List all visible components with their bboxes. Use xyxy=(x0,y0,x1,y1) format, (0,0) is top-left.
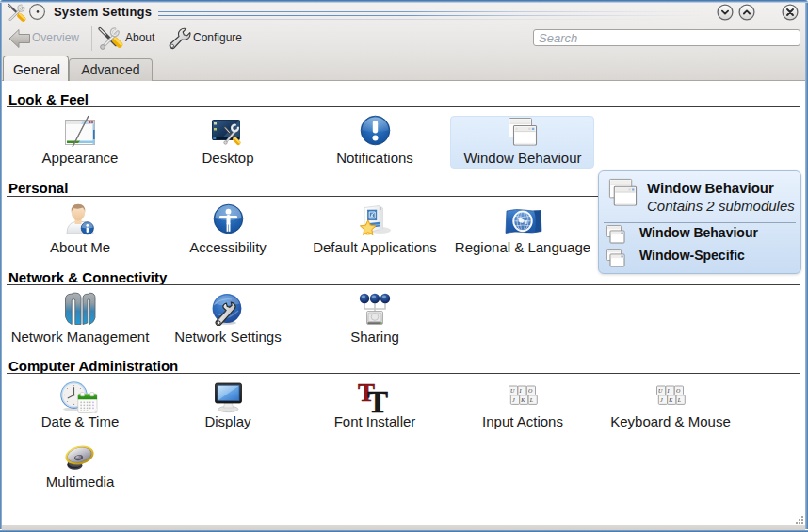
svg-text:T: T xyxy=(367,385,388,415)
svg-text:L: L xyxy=(677,397,682,403)
svg-text:O: O xyxy=(676,388,681,394)
svg-text:J: J xyxy=(512,397,515,403)
svg-text:J: J xyxy=(660,397,663,403)
svg-text:U: U xyxy=(658,388,663,394)
svg-text:L: L xyxy=(529,397,534,403)
svg-text:U: U xyxy=(510,388,515,394)
svg-text:O: O xyxy=(528,388,533,394)
